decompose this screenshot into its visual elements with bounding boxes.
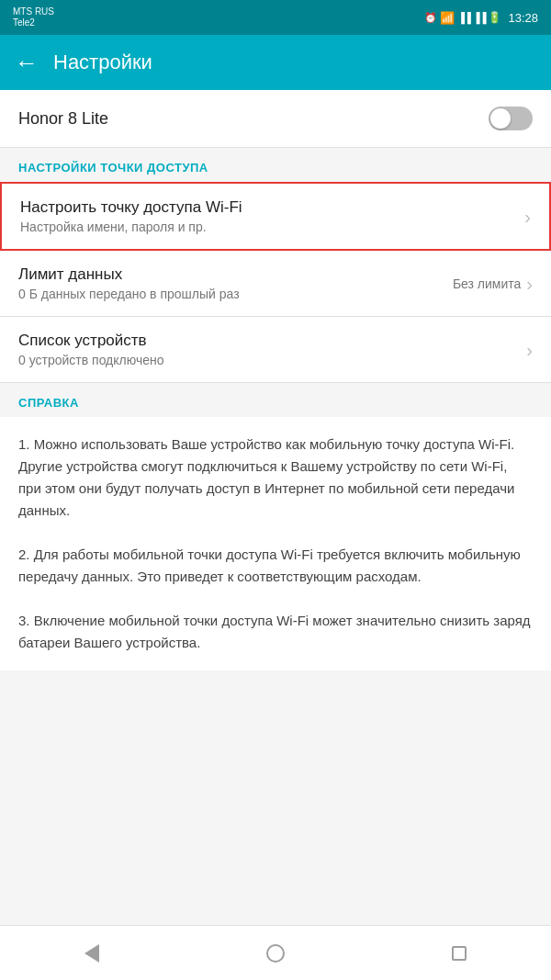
nav-recent-icon (452, 946, 467, 961)
back-button[interactable]: ← (15, 51, 39, 74)
wifi-config-chevron: › (524, 208, 531, 226)
device-list-item[interactable]: Список устройств 0 устройств подключено … (0, 317, 551, 383)
nav-back-button[interactable] (73, 935, 110, 972)
data-limit-content: Лимит данных 0 Б данных передано в прошл… (18, 265, 453, 301)
status-bar: MTS RUS Tele2 ⏰ 📶 ▐▐ ▐▐ 🔋 13:28 (0, 0, 551, 35)
wifi-config-title: Настроить точку доступа Wi-Fi (20, 198, 524, 217)
data-limit-value: Без лимита (453, 276, 521, 291)
nav-home-button[interactable] (257, 935, 294, 972)
data-limit-item[interactable]: Лимит данных 0 Б данных передано в прошл… (0, 251, 551, 317)
wifi-icon: 📶 (440, 11, 455, 25)
nav-home-icon (266, 944, 285, 963)
status-icons: ⏰ 📶 ▐▐ ▐▐ 🔋 13:28 (424, 11, 538, 25)
wifi-config-subtitle: Настройка имени, пароля и пр. (20, 220, 524, 234)
battery-icon: 🔋 (488, 11, 501, 24)
status-time: 13:28 (508, 11, 538, 25)
hotspot-toggle-switch[interactable] (489, 107, 533, 130)
hotspot-toggle-row[interactable]: Honor 8 Lite (0, 90, 551, 148)
data-limit-right: Без лимита › (453, 275, 533, 293)
data-limit-chevron: › (526, 275, 533, 293)
device-list-content: Список устройств 0 устройств подключено (18, 332, 526, 367)
data-limit-subtitle: 0 Б данных передано в прошлый раз (18, 287, 453, 301)
carrier-info: MTS RUS Tele2 (13, 6, 54, 28)
nav-bar (0, 925, 551, 980)
signal-icon-1: ▐▐ (457, 12, 470, 23)
content-area: Honor 8 Lite НАСТРОЙКИ ТОЧКИ ДОСТУПА Нас… (0, 90, 551, 670)
hotspot-toggle-label: Honor 8 Lite (18, 109, 108, 129)
carrier1: MTS RUS (13, 6, 54, 17)
section-header-hotspot: НАСТРОЙКИ ТОЧКИ ДОСТУПА (0, 148, 551, 182)
app-bar: ← Настройки (0, 35, 551, 90)
nav-recent-button[interactable] (441, 935, 478, 972)
section-header-help: СПРАВКА (0, 383, 551, 417)
help-section: 1. Можно использовать Ваше устройство ка… (0, 417, 551, 670)
help-text: 1. Можно использовать Ваше устройство ка… (18, 434, 533, 654)
page-title: Настройки (53, 51, 152, 74)
wifi-config-item[interactable]: Настроить точку доступа Wi-Fi Настройка … (0, 182, 551, 251)
data-limit-title: Лимит данных (18, 265, 453, 284)
alarm-icon: ⏰ (424, 12, 437, 24)
wifi-config-content: Настроить точку доступа Wi-Fi Настройка … (20, 198, 524, 234)
device-list-title: Список устройств (18, 332, 526, 350)
device-list-subtitle: 0 устройств подключено (18, 353, 526, 367)
carrier2: Tele2 (13, 17, 54, 28)
nav-back-icon (84, 944, 99, 963)
signal-icon-2: ▐▐ (473, 12, 486, 23)
device-list-chevron: › (526, 341, 533, 359)
